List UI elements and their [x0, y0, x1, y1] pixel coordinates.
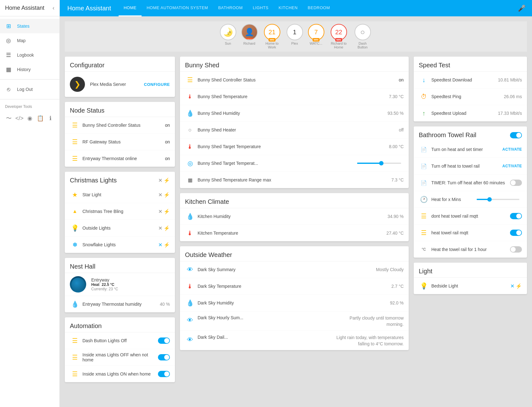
richard-badge-label: Richard: [244, 42, 255, 45]
towel-toggle-4[interactable]: [510, 213, 522, 219]
watch-label: WATC...: [310, 42, 322, 45]
snowflake-mute-icon[interactable]: ✕: [158, 242, 162, 248]
bunny-shed-row-0: ☰ Bunny Shed Controller Status on: [180, 72, 409, 88]
weather-label-4: Dark Sky Dail...: [195, 335, 334, 340]
kitchen-climate-card: Kitchen Climate 💧 Kitchen Humidity 34.90…: [180, 193, 409, 241]
home-to-work-label: Home to Work: [263, 42, 282, 49]
left-column: Configurator ❯ Plex Media Server CONFIGU…: [65, 57, 175, 382]
configurator-row: ❯ Plex Media Server CONFIGURE: [65, 72, 175, 97]
auto-toggle-1[interactable]: [158, 354, 170, 360]
auto-label-1: Inside xmas Lights OFF when not home: [80, 352, 158, 362]
configurator-btn[interactable]: CONFIGURE: [144, 82, 170, 87]
light-header: Light: [414, 263, 527, 278]
tree-bling-mute-icon[interactable]: ✕: [158, 209, 162, 215]
bunny-shed-icon-3: ○: [185, 125, 195, 135]
bedside-power-icon[interactable]: ⚡: [516, 283, 522, 289]
humidity-icon: 💧: [70, 299, 80, 309]
node-status-icon-2: ☰: [70, 153, 80, 164]
towel-toggle-6[interactable]: [510, 246, 522, 253]
broadcast-icon[interactable]: ◉: [26, 114, 34, 123]
sidebar-item-states[interactable]: ⊞ States: [0, 19, 59, 33]
nest-hall-header: Nest Hall: [65, 258, 175, 273]
mic-icon[interactable]: 🎤: [518, 4, 526, 12]
weather-icon-4: 👁: [185, 335, 195, 345]
bedside-mute-icon[interactable]: ✕: [510, 283, 514, 289]
bunny-shed-icon-4: 🌡: [185, 142, 195, 152]
sidebar-item-logbook[interactable]: ☰ Logbook: [0, 48, 59, 62]
bedside-icon: 💡: [419, 281, 429, 291]
bunny-shed-header: Bunny Shed: [180, 57, 409, 72]
speed-upload-value: 17.33 Mbit/s: [498, 111, 522, 116]
bathroom-main-toggle[interactable]: [510, 132, 522, 138]
light-card: Light 💡 Bedside Light ✕ ⚡: [414, 263, 527, 294]
bathroom-towel-rail-card: Bathroom Towel Rail 📄 Turn on heat and s…: [414, 126, 527, 258]
weather-row-1: 🌡 Dark Sky Temperature 2.7 °C: [180, 278, 409, 295]
bunny-shed-label-3: Bunny Shed Heater: [195, 127, 399, 132]
speed-row-2: ↑ Speedtest Upload 17.33 Mbit/s: [414, 105, 527, 121]
kitchen-temp-value: 27.40 °C: [386, 231, 404, 236]
towel-icon-3: 🕐: [419, 194, 429, 204]
xmas-mute-icon[interactable]: ✕: [158, 177, 162, 183]
weather-row-3: 👁 Dark Sky Hourly Sum... Partly cloudy u…: [180, 311, 409, 331]
star-power-icon[interactable]: ⚡: [164, 192, 170, 198]
info-icon[interactable]: ℹ: [47, 114, 54, 123]
nav-bedroom[interactable]: BEDROOM: [303, 0, 335, 16]
auto-toggle-2[interactable]: [158, 371, 170, 377]
towel-icon-2: 📄: [419, 178, 429, 188]
bunny-shed-row-4: 🌡 Bunny Shed Target Temperature 8.00 °C: [180, 138, 409, 155]
home-to-work-min-badge: MIN: [268, 38, 276, 42]
weather-row-4: 👁 Dark Sky Dail... Light rain today, wit…: [180, 331, 409, 350]
humidity-label: Entryway Thermostat humidity: [80, 302, 160, 307]
sidebar-item-history[interactable]: ▦ History: [0, 62, 59, 77]
node-status-header: Node Status: [65, 102, 175, 117]
bunny-shed-icon-0: ☰: [185, 75, 195, 85]
snowflake-lights-label: Snowflake Lights: [80, 242, 158, 247]
bunny-shed-label-6: Bunny Shed Temperature Range max: [195, 177, 391, 182]
nav-home-automation[interactable]: HOME AUTOMATION SYSTEM: [142, 0, 213, 16]
outside-mute-icon[interactable]: ✕: [158, 225, 162, 231]
tree-bling-power-icon[interactable]: ⚡: [164, 209, 170, 215]
bunny-shed-row-3: ○ Bunny Shed Heater off: [180, 122, 409, 138]
heat-mins-slider[interactable]: [477, 199, 519, 200]
towel-toggle-2[interactable]: [510, 180, 522, 186]
towel-icon-6: °C: [419, 244, 429, 254]
towel-toggle-5[interactable]: [510, 230, 522, 236]
xmas-power-icon[interactable]: ⚡: [164, 177, 170, 183]
towel-row-0: 📄 Turn on heat and set timer ACTIVATE: [414, 141, 527, 158]
nav-lights[interactable]: LIGHTS: [248, 0, 274, 16]
user-badge-home-to-work: 21 MIN Home to Work: [263, 24, 282, 49]
code-icon[interactable]: </>: [15, 114, 24, 123]
file-icon[interactable]: 📋: [36, 114, 44, 123]
right-column: Speed Test ↓ Speedtest Download 10.81 Mb…: [414, 57, 527, 294]
sidebar: Home Assistant ‹ ⊞ States ◎ Map ☰ Logboo…: [0, 0, 60, 407]
auto-toggle-0[interactable]: [158, 337, 170, 344]
richard-home-badge: 22 MIN: [331, 24, 347, 40]
nest-heat-target: 22.5 °C: [102, 282, 114, 287]
automation-card: Automation ☰ Dash Button Lights Off ☰ In…: [65, 317, 175, 382]
nav-kitchen[interactable]: KITCHEN: [274, 0, 303, 16]
configurator-plex-icon: ❯: [70, 77, 85, 92]
nav-home[interactable]: HOME: [119, 0, 142, 16]
nest-current-temp: Currently: 23 °C: [91, 287, 170, 291]
watch-badge: 7 MIN: [308, 24, 324, 40]
nest-hall-card: Nest Hall Entryway Heat 22.5 °C Currentl…: [65, 258, 175, 312]
sidebar-item-logout[interactable]: ⎋ Log Out: [0, 82, 59, 97]
nav-bathroom[interactable]: BATHROOM: [213, 0, 248, 16]
auto-label-2: Inside xmas Lights ON when home: [80, 371, 158, 376]
outside-power-icon[interactable]: ⚡: [164, 225, 170, 231]
towel-row-3: 🕐 Heat for x Mins: [414, 191, 527, 208]
outside-lights-label: Outside Lights: [80, 226, 158, 231]
towel-label-6: Heat the towel rail for 1 hour: [429, 247, 510, 252]
star-light-controls: ✕ ⚡: [158, 192, 170, 198]
bathroom-title: Bathroom Towel Rail: [419, 131, 476, 139]
sidebar-item-map[interactable]: ◎ Map: [0, 33, 59, 48]
star-mute-icon[interactable]: ✕: [158, 192, 162, 198]
sidebar-collapse-icon[interactable]: ‹: [53, 5, 54, 11]
bunny-shed-slider-5[interactable]: [357, 163, 401, 164]
wifi-icon[interactable]: 〜: [5, 114, 13, 123]
towel-activate-1[interactable]: ACTIVATE: [502, 164, 522, 168]
towel-activate-0[interactable]: ACTIVATE: [502, 147, 522, 152]
nest-heat-mode: Heat: [91, 282, 99, 287]
snowflake-power-icon[interactable]: ⚡: [164, 242, 170, 248]
history-icon: ▦: [5, 66, 12, 73]
